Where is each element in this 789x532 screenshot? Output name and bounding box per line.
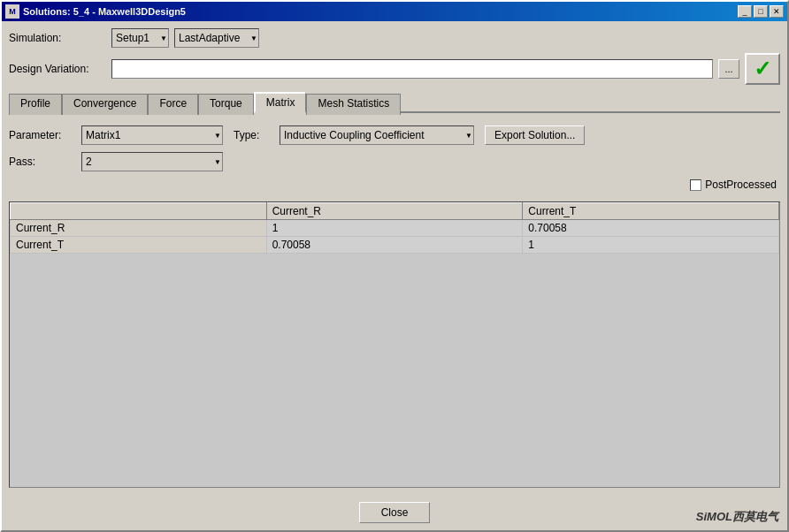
parameter-select-wrapper: Matrix1 ▼	[81, 125, 223, 145]
window-title: Solutions: 5_4 - Maxwell3DDesign5	[23, 6, 738, 17]
setup-select[interactable]: Setup1	[111, 28, 169, 48]
table-header-row: Current_R Current_T	[11, 203, 779, 220]
close-dialog-button[interactable]: Close	[359, 502, 430, 523]
row-label-current-r: Current_R	[11, 220, 267, 237]
cell-r-r: 1	[266, 220, 523, 237]
pass-label: Pass:	[9, 156, 71, 168]
table-row: Current_T 0.70058 1	[11, 237, 779, 254]
data-table: Current_R Current_T Current_R 1 0.70058 …	[9, 201, 780, 488]
type-select-wrapper: Inductive Coupling Coefficient ▼	[280, 125, 474, 145]
table-header-current-r: Current_R	[266, 203, 523, 220]
type-select[interactable]: Inductive Coupling Coefficient	[280, 125, 474, 145]
tabs-container: Profile Convergence Force Torque Matrix …	[9, 90, 780, 113]
type-label: Type:	[234, 129, 269, 141]
close-button[interactable]: ✕	[770, 5, 784, 18]
restore-button[interactable]: □	[754, 5, 768, 18]
checkmark-icon: ✓	[754, 57, 771, 81]
table-header-current-t: Current_T	[523, 203, 779, 220]
table-header-empty	[11, 203, 267, 220]
tab-convergence[interactable]: Convergence	[62, 94, 148, 115]
adaptive-select[interactable]: LastAdaptive	[174, 28, 259, 48]
pass-row: Pass: 2 ▼	[9, 152, 780, 171]
tab-force[interactable]: Force	[148, 94, 198, 115]
post-processed-row: PostProcessed	[9, 179, 780, 191]
parameter-row: Parameter: Matrix1 ▼ Type: Inductive Cou…	[9, 125, 780, 145]
tab-torque[interactable]: Torque	[198, 94, 254, 115]
minimize-button[interactable]: _	[738, 5, 752, 18]
cell-t-r: 0.70058	[266, 237, 523, 254]
tab-matrix[interactable]: Matrix	[254, 92, 307, 113]
parameter-select[interactable]: Matrix1	[81, 125, 223, 145]
tab-mesh-statistics[interactable]: Mesh Statistics	[306, 94, 401, 115]
design-variation-row: Design Variation: ... ✓	[9, 53, 780, 85]
design-variation-input[interactable]	[111, 59, 713, 79]
parameter-label: Parameter:	[9, 129, 71, 141]
adaptive-select-wrapper: LastAdaptive ▼	[174, 28, 259, 48]
design-variation-label: Design Variation:	[9, 63, 106, 75]
tab-profile[interactable]: Profile	[9, 94, 62, 115]
window-icon: M	[5, 4, 19, 19]
title-bar-buttons: _ □ ✕	[738, 5, 784, 18]
watermark: SiMOL西莫电气	[696, 509, 778, 525]
export-solution-button[interactable]: Export Solution...	[485, 125, 585, 145]
main-window: M Solutions: 5_4 - Maxwell3DDesign5 _ □ …	[0, 0, 789, 532]
simulation-label: Simulation:	[9, 32, 106, 44]
browse-button[interactable]: ...	[718, 59, 739, 79]
matrix-table: Current_R Current_T Current_R 1 0.70058 …	[10, 202, 779, 254]
post-processed-wrapper: PostProcessed	[690, 179, 777, 191]
cell-t-t: 1	[523, 237, 779, 254]
matrix-tab-content: Parameter: Matrix1 ▼ Type: Inductive Cou…	[9, 118, 780, 488]
confirm-button[interactable]: ✓	[745, 53, 780, 85]
window-body: Simulation: Setup1 ▼ LastAdaptive ▼ Desi…	[2, 21, 787, 495]
simulation-row: Simulation: Setup1 ▼ LastAdaptive ▼	[9, 28, 780, 48]
cell-r-t: 0.70058	[523, 220, 779, 237]
setup-select-wrapper: Setup1 ▼	[111, 28, 169, 48]
row-label-current-t: Current_T	[11, 237, 267, 254]
pass-select[interactable]: 2	[81, 152, 223, 171]
table-row: Current_R 1 0.70058	[11, 220, 779, 237]
footer: Close SiMOL西莫电气	[2, 495, 787, 530]
title-bar: M Solutions: 5_4 - Maxwell3DDesign5 _ □ …	[2, 2, 787, 21]
post-processed-checkbox[interactable]	[690, 179, 701, 191]
post-processed-label: PostProcessed	[705, 179, 777, 191]
pass-select-wrapper: 2 ▼	[81, 152, 223, 171]
